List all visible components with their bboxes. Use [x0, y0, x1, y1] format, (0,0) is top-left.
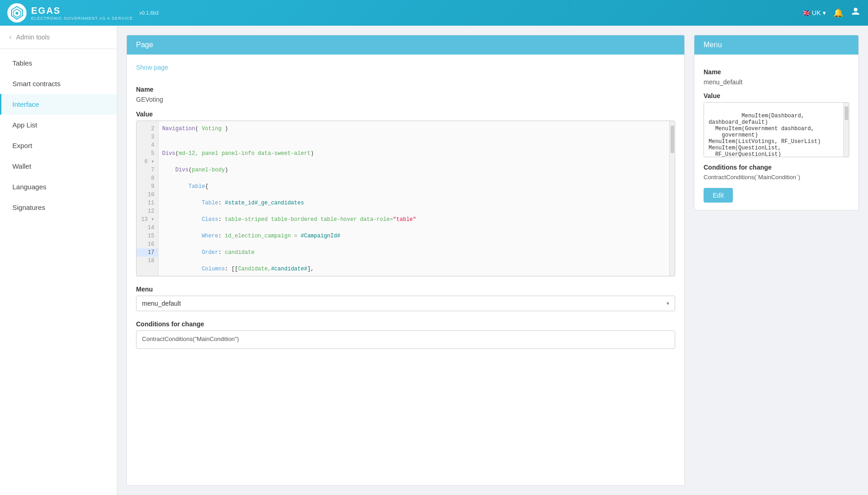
sidebar-title: Admin tools [16, 33, 49, 41]
sidebar-item-label: Tables [12, 59, 32, 67]
menu-value-content: MenuItem(Dashboard, dashboard_default) M… [709, 113, 821, 157]
menu-panel-header: Menu [694, 35, 858, 55]
page-panel-title: Page [136, 41, 153, 49]
sidebar-item-app-list[interactable]: App List [0, 115, 117, 135]
code-scrollbar[interactable] [669, 121, 675, 276]
code-scroll-thumb[interactable] [671, 126, 674, 153]
notification-icon[interactable]: 🔔 [833, 8, 843, 18]
sidebar-item-signatures[interactable]: Signatures [0, 197, 117, 218]
menu-scrollbar[interactable] [843, 103, 849, 157]
page-panel: Page Show page Name GEVoting Value 2 3 4… [126, 35, 685, 486]
sidebar-item-label: Wallet [12, 162, 31, 170]
edit-button[interactable]: Edit [704, 188, 733, 203]
menu-label: Menu [136, 286, 675, 293]
logo-text: EGAS [31, 6, 133, 16]
conditions-value: ContractConditions("MainCondition") [142, 336, 239, 342]
menu-panel-body: Name menu_default Value MenuItem(Dashboa… [694, 55, 858, 210]
main-content: Page Show page Name GEVoting Value 2 3 4… [117, 26, 868, 495]
sidebar-item-label: Languages [12, 183, 46, 191]
code-editor-scroll[interactable]: 2 3 4 5 6 ▾ 7 8 9 10 11 12 13 ▾ [136, 121, 675, 276]
sidebar-item-tables[interactable]: Tables [0, 53, 117, 73]
sidebar-item-smart-contracts[interactable]: Smart contracts [0, 73, 117, 94]
dropdown-arrow-icon: ▾ [666, 300, 669, 307]
flag-icon: 🇬🇧 [802, 9, 810, 16]
sidebar-item-label: Interface [12, 100, 39, 108]
page-panel-body: Show page Name GEVoting Value 2 3 4 5 6 … [127, 55, 684, 358]
sidebar-item-label: Export [12, 142, 32, 149]
logo-area: EGAS ELECTRONIC GOVERNMENT AS A SERVICE … [7, 3, 158, 22]
sidebar-item-languages[interactable]: Languages [0, 176, 117, 197]
user-icon[interactable] [851, 7, 861, 19]
version-badge: v0.1.6b3 [139, 10, 158, 16]
page-panel-header: Page [127, 35, 684, 55]
menu-panel: Menu Name menu_default Value MenuItem(Da… [694, 35, 859, 210]
menu-conditions-label: Conditions for change [704, 164, 849, 171]
name-label: Name [136, 86, 675, 93]
menu-value-label: Value [704, 92, 849, 99]
sidebar-item-export[interactable]: Export [0, 135, 117, 156]
logo-icon [7, 3, 27, 22]
menu-name-value: menu_default [704, 78, 849, 86]
line-numbers: 2 3 4 5 6 ▾ 7 8 9 10 11 12 13 ▾ [136, 121, 158, 276]
code-editor[interactable]: 2 3 4 5 6 ▾ 7 8 9 10 11 12 13 ▾ [136, 121, 675, 276]
lang-chevron-icon: ▾ [823, 9, 826, 16]
menu-value-box[interactable]: MenuItem(Dashboard, dashboard_default) M… [704, 102, 849, 157]
menu-panel-title: Menu [704, 41, 722, 49]
conditions-label: Conditions for change [136, 320, 675, 328]
app-body: ‹ Admin tools Tables Smart contracts Int… [0, 26, 868, 495]
svg-point-2 [16, 12, 18, 15]
show-page-link[interactable]: Show page [136, 64, 168, 71]
conditions-field[interactable]: ContractConditions("MainCondition") [136, 330, 675, 349]
menu-conditions-value: ContractConditions(`MainCondition`) [704, 174, 849, 181]
sidebar-item-wallet[interactable]: Wallet [0, 156, 117, 176]
sidebar-item-interface[interactable]: Interface [0, 94, 117, 115]
code-content[interactable]: Navigation( Voting ) Divs(md-12, panel p… [158, 121, 675, 276]
app-header: EGAS ELECTRONIC GOVERNMENT AS A SERVICE … [0, 0, 868, 26]
language-button[interactable]: 🇬🇧 UK ▾ [802, 9, 826, 16]
sidebar: ‹ Admin tools Tables Smart contracts Int… [0, 26, 117, 495]
header-right: 🇬🇧 UK ▾ 🔔 [802, 7, 861, 19]
menu-scroll-thumb[interactable] [845, 106, 848, 120]
sidebar-item-label: Smart contracts [12, 80, 60, 88]
name-value: GEVoting [136, 96, 675, 103]
value-label: Value [136, 110, 675, 118]
sidebar-item-label: Signatures [12, 204, 45, 211]
menu-dropdown[interactable]: menu_default ▾ [136, 296, 675, 311]
menu-dropdown-value: menu_default [142, 300, 181, 307]
menu-name-label: Name [704, 68, 849, 76]
logo-subtitle: ELECTRONIC GOVERNMENT AS A SERVICE [31, 16, 133, 21]
language-label: UK [812, 9, 821, 16]
sidebar-nav: Tables Smart contracts Interface App Lis… [0, 49, 117, 221]
sidebar-item-label: App List [12, 121, 37, 129]
sidebar-header: ‹ Admin tools [0, 26, 117, 49]
sidebar-back-button[interactable]: ‹ [9, 33, 11, 41]
